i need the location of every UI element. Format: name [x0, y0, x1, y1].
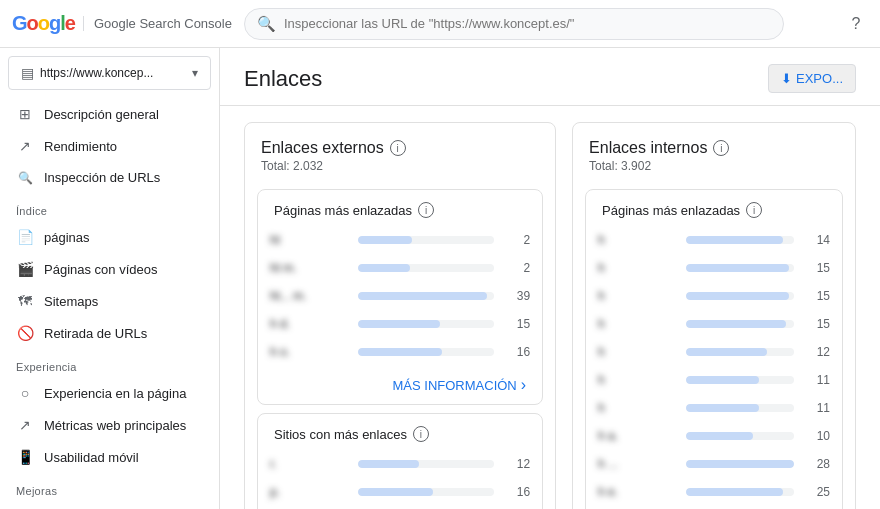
main-header: Enlaces ⬇ EXPO... — [220, 48, 880, 106]
sidebar-item-label: Inspección de URLs — [44, 170, 160, 185]
sidebar-item-inspeccion-urls[interactable]: 🔍 Inspección de URLs — [0, 162, 211, 193]
external-top-pages-more-link[interactable]: MÁS INFORMACIÓN › — [258, 366, 542, 404]
internal-top-pages-card: Páginas más enlazadas i h 14 h 15 h — [585, 189, 843, 509]
search-bar[interactable]: 🔍 — [244, 8, 784, 40]
nav-section-mejoras: 🧭 Rutas de exploración 🔍 Cuadro de búsqu… — [0, 501, 219, 509]
table-row: h 15 — [586, 282, 842, 310]
property-name: https://www.koncep... — [40, 66, 186, 80]
table-row: ht... m. 39 — [258, 282, 542, 310]
chevron-right-icon: › — [521, 376, 526, 394]
table-row: r. 12 — [258, 450, 542, 478]
table-row: h e. 25 — [586, 478, 842, 506]
sidebar-item-experiencia-pagina[interactable]: ○ Experiencia en la página — [0, 377, 211, 409]
property-selector[interactable]: ▤ https://www.koncep... ▾ — [8, 56, 211, 90]
experiencia-icon: ○ — [16, 385, 34, 401]
sidebar: ▤ https://www.koncep... ▾ ⊞ Descripción … — [0, 48, 220, 509]
topbar: Google Google Search Console 🔍 ? — [0, 0, 880, 48]
overview-icon: ⊞ — [16, 106, 34, 122]
table-row: ht m. 2 — [258, 254, 542, 282]
internal-top-pages-header: Páginas más enlazadas i — [586, 190, 842, 226]
table-row: p. 16 — [258, 478, 542, 506]
table-row: h 15 — [586, 254, 842, 282]
app-logo: Google Google Search Console — [12, 12, 232, 35]
internal-info-icon[interactable]: i — [713, 140, 729, 156]
external-top-sites-card: Sitios con más enlaces i r. 12 p. 16 — [257, 413, 543, 509]
property-icon: ▤ — [21, 65, 34, 81]
indice-section-label: Índice — [0, 193, 219, 221]
search-input[interactable] — [284, 16, 771, 31]
internal-links-card: Enlaces internos i Total: 3.902 Páginas … — [572, 122, 856, 509]
internal-links-header: Enlaces internos i Total: 3.902 — [573, 123, 855, 181]
videos-icon: 🎬 — [16, 261, 34, 277]
sitemaps-icon: 🗺 — [16, 293, 34, 309]
sidebar-item-retirada-urls[interactable]: 🚫 Retirada de URLs — [0, 317, 211, 349]
table-row: h ... 28 — [586, 450, 842, 478]
sidebar-item-label: Retirada de URLs — [44, 326, 147, 341]
table-row: h 15 — [586, 310, 842, 338]
export-icon: ⬇ — [781, 71, 792, 86]
sidebar-item-label: Rendimiento — [44, 139, 117, 154]
search-icon: 🔍 — [16, 171, 34, 185]
external-top-pages-card: Páginas más enlazadas i ht 2 ht m. 2 — [257, 189, 543, 405]
internal-top-pages-info-icon[interactable]: i — [746, 202, 762, 218]
metricas-icon: ↗ — [16, 417, 34, 433]
sidebar-item-metricas-web[interactable]: ↗ Métricas web principales — [0, 409, 211, 441]
external-links-total: Total: 2.032 — [261, 159, 539, 173]
sidebar-item-label: Métricas web principales — [44, 418, 186, 433]
page-title: Enlaces — [244, 66, 322, 92]
sidebar-item-rutas-exploracion[interactable]: 🧭 Rutas de exploración — [0, 501, 211, 509]
mobile-icon: 📱 — [16, 449, 34, 465]
content-area: Enlaces externos i Total: 2.032 Páginas … — [220, 106, 880, 509]
sidebar-item-label: Sitemaps — [44, 294, 98, 309]
sidebar-item-label: Descripción general — [44, 107, 159, 122]
chevron-down-icon: ▾ — [192, 66, 198, 80]
app-title: Google Search Console — [83, 16, 232, 31]
retirada-icon: 🚫 — [16, 325, 34, 341]
rendimiento-icon: ↗ — [16, 138, 34, 154]
table-row: h 12 — [586, 338, 842, 366]
table-row: h d. 15 — [258, 310, 542, 338]
top-pages-info-icon[interactable]: i — [418, 202, 434, 218]
sidebar-item-label: Experiencia en la página — [44, 386, 186, 401]
external-top-pages-header: Páginas más enlazadas i — [258, 190, 542, 226]
sidebar-item-label: Páginas con vídeos — [44, 262, 157, 277]
sidebar-item-rendimiento[interactable]: ↗ Rendimiento — [0, 130, 211, 162]
export-button[interactable]: ⬇ EXPO... — [768, 64, 856, 93]
external-top-sites-header: Sitios con más enlaces i — [258, 414, 542, 450]
experiencia-section-label: Experiencia — [0, 349, 219, 377]
internal-links-title: Enlaces internos i — [589, 139, 839, 157]
top-sites-info-icon[interactable]: i — [413, 426, 429, 442]
search-icon: 🔍 — [257, 15, 276, 33]
paginas-icon: 📄 — [16, 229, 34, 245]
sidebar-item-descripcion-general[interactable]: ⊞ Descripción general — [0, 98, 211, 130]
nav-section-experiencia: ○ Experiencia en la página ↗ Métricas we… — [0, 377, 219, 473]
sidebar-item-paginas[interactable]: 📄 páginas — [0, 221, 211, 253]
layout: ▤ https://www.koncep... ▾ ⊞ Descripción … — [0, 48, 880, 509]
table-row: h 11 — [586, 394, 842, 422]
table-row: h 14 — [586, 226, 842, 254]
external-links-title: Enlaces externos i — [261, 139, 539, 157]
sidebar-item-paginas-videos[interactable]: 🎬 Páginas con vídeos — [0, 253, 211, 285]
nav-section-overview: ⊞ Descripción general ↗ Rendimiento 🔍 In… — [0, 98, 219, 193]
internal-links-total: Total: 3.902 — [589, 159, 839, 173]
sidebar-item-label: páginas — [44, 230, 90, 245]
sidebar-item-usabilidad-movil[interactable]: 📱 Usabilidad móvil — [0, 441, 211, 473]
external-links-card: Enlaces externos i Total: 2.032 Páginas … — [244, 122, 556, 509]
table-row: h a. 10 — [586, 422, 842, 450]
external-links-header: Enlaces externos i Total: 2.032 — [245, 123, 555, 181]
sidebar-item-label: Usabilidad móvil — [44, 450, 139, 465]
main-content: Enlaces ⬇ EXPO... Enlaces externos i Tot… — [220, 48, 880, 509]
mejoras-section-label: Mejoras — [0, 473, 219, 501]
google-logo-icon: Google — [12, 12, 75, 35]
nav-section-indice: 📄 páginas 🎬 Páginas con vídeos 🗺 Sitemap… — [0, 221, 219, 349]
table-row: h o. 16 — [258, 338, 542, 366]
topbar-right: ? — [844, 12, 868, 36]
sidebar-item-sitemaps[interactable]: 🗺 Sitemaps — [0, 285, 211, 317]
help-icon[interactable]: ? — [844, 12, 868, 36]
table-row: h 11 — [586, 366, 842, 394]
table-row: ht 2 — [258, 226, 542, 254]
external-info-icon[interactable]: i — [390, 140, 406, 156]
